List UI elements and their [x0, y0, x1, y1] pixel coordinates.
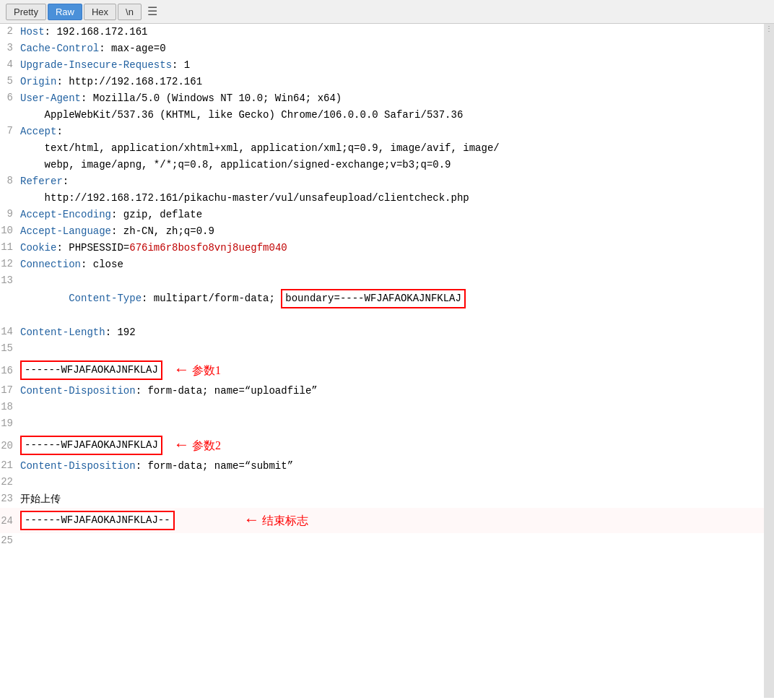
- line-13: 13 Content-Type: multipart/form-data; bo…: [0, 273, 764, 324]
- line-4: 4 Upgrade-Insecure-Requests: 1: [0, 57, 764, 74]
- annotation-param1: ← 参数1: [177, 358, 221, 382]
- line-3: 3 Cache-Control: max-age=0: [0, 40, 764, 57]
- line-6b: AppleWebKit/537.36 (KHTML, like Gecko) C…: [0, 107, 764, 124]
- line-17: 17 Content-Disposition: form-data; name=…: [0, 383, 764, 399]
- line-10: 10 Accept-Language: zh-CN, zh;q=0.9: [0, 223, 764, 240]
- tab-hex[interactable]: Hex: [84, 4, 116, 20]
- boundary-highlight-16: ------WFJAFAOKAJNFKLAJ: [20, 360, 162, 380]
- line-21: 21 Content-Disposition: form-data; name=…: [0, 458, 764, 475]
- arrow-end: ←: [247, 509, 256, 532]
- line-16: 16 ------WFJAFAOKAJNFKLAJ ← 参数1: [0, 358, 764, 383]
- line-23: 23 开始上传: [0, 491, 764, 508]
- line-15: 15: [0, 341, 764, 358]
- menu-icon[interactable]: ☰: [143, 3, 162, 20]
- annotation-param2: ← 参数2: [177, 433, 221, 457]
- label-param1: 参数1: [192, 362, 221, 379]
- line-6a: 6 User-Agent: Mozilla/5.0 (Windows NT 10…: [0, 90, 764, 107]
- line-8a: 8 Referer:: [0, 173, 764, 190]
- line-8b: http://192.168.172.161/pikachu-master/vu…: [0, 190, 764, 207]
- line-7b: text/html, application/xhtml+xml, applic…: [0, 140, 764, 157]
- line-7a: 7 Accept:: [0, 124, 764, 140]
- raw-content[interactable]: 2 Host: 192.168.172.161 3 Cache-Control:…: [0, 24, 764, 698]
- scrollbar-indicator: ⋮: [765, 25, 773, 34]
- tab-pretty[interactable]: Pretty: [6, 4, 46, 20]
- line-12: 12 Connection: close: [0, 256, 764, 273]
- line-19: 19: [0, 416, 764, 433]
- line-7c: webp, image/apng, */*;q=0.8, application…: [0, 157, 764, 173]
- boundary-highlight-24: ------WFJAFAOKAJNFKLAJ--: [20, 511, 175, 530]
- line-14: 14 Content-Length: 192: [0, 324, 764, 341]
- line-20: 20 ------WFJAFAOKAJNFKLAJ ← 参数2: [0, 433, 764, 458]
- line-25: 25: [0, 533, 764, 550]
- line-11: 11 Cookie: PHPSESSID=676im6r8bosfo8vnj8u…: [0, 240, 764, 256]
- scrollbar[interactable]: ⋮: [764, 24, 774, 698]
- annotation-end: ← 结束标志: [247, 509, 308, 532]
- toolbar: Pretty Raw Hex \n ☰: [0, 0, 774, 24]
- content-area: 2 Host: 192.168.172.161 3 Cache-Control:…: [0, 24, 774, 698]
- boundary-highlight-13: boundary=----WFJAFAOKAJNFKLAJ: [281, 289, 466, 308]
- line-9: 9 Accept-Encoding: gzip, deflate: [0, 207, 764, 223]
- line-5: 5 Origin: http://192.168.172.161: [0, 74, 764, 90]
- label-param2: 参数2: [192, 437, 221, 454]
- arrow-param1: ←: [177, 358, 186, 382]
- arrow-param2: ←: [177, 433, 186, 457]
- line-2: 2 Host: 192.168.172.161: [0, 24, 764, 40]
- tab-raw[interactable]: Raw: [48, 4, 82, 20]
- line-18: 18: [0, 399, 764, 416]
- line-22: 22: [0, 475, 764, 491]
- boundary-highlight-20: ------WFJAFAOKAJNFKLAJ: [20, 436, 162, 455]
- tab-other[interactable]: \n: [118, 4, 142, 20]
- line-24: 24 ------WFJAFAOKAJNFKLAJ-- ← 结束标志: [0, 508, 764, 533]
- label-end: 结束标志: [262, 512, 308, 530]
